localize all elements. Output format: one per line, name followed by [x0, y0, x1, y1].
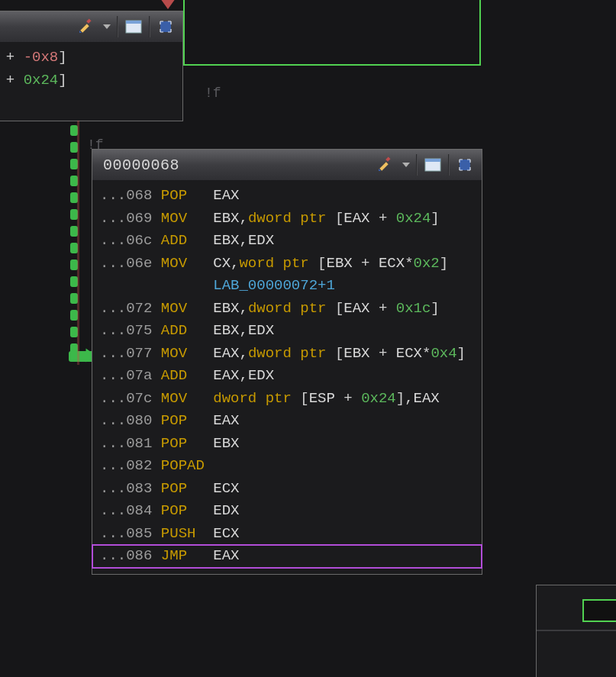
address: ...086 — [100, 547, 161, 564]
token-mn: dword ptr — [248, 300, 335, 317]
address: ...084 — [100, 502, 161, 519]
svg-rect-13 — [460, 160, 470, 170]
token-reg: EDX — [248, 322, 274, 339]
address: ...082 — [100, 457, 161, 474]
address — [100, 277, 161, 294]
svg-rect-0 — [80, 24, 89, 32]
overview-panel[interactable] — [536, 585, 616, 677]
edge-false — [77, 121, 79, 365]
code-row[interactable]: rd ptr [EBP + 0x24] — [0, 69, 175, 92]
token-punct: ] — [58, 49, 66, 66]
token-reg: EAX — [213, 412, 239, 429]
code-row[interactable]: ...068 POP EAX — [100, 185, 474, 208]
code-row[interactable]: 0004a — [0, 92, 175, 114]
mnemonic: ADD — [161, 322, 213, 339]
svg-rect-6 — [160, 21, 171, 32]
mnemonic: POP — [161, 187, 213, 204]
token-punct: , — [239, 232, 247, 249]
mnemonic: PUSH — [161, 525, 213, 542]
code-row[interactable]: ...084 POP EDX — [100, 500, 474, 523]
token-hex: 0x24 — [24, 72, 59, 89]
token-reg: EBX — [327, 255, 353, 272]
code-row[interactable]: ...07a ADD EAX,EDX — [100, 365, 474, 388]
code-row[interactable]: ...082 POPAD — [100, 455, 474, 478]
overview-scrollbar[interactable] — [537, 630, 616, 631]
edit-pencil-icon[interactable] — [375, 154, 396, 176]
mnemonic: POP — [161, 435, 213, 452]
code-block-main[interactable]: 00000068 ...068 POP EAX...069 MOV EBX,dw… — [92, 149, 482, 575]
svg-rect-7 — [379, 162, 388, 170]
token-punct: + — [0, 49, 24, 66]
fit-screen-icon[interactable] — [454, 154, 476, 176]
code-row[interactable]: ...085 PUSH ECX — [100, 523, 474, 546]
token-punct: + — [370, 210, 396, 227]
code-row[interactable]: LAB_00000072+1 — [100, 275, 474, 298]
token-hex: 0x2 — [414, 255, 440, 272]
token-reg: EBX — [213, 322, 239, 339]
token-punct: [ — [335, 300, 343, 317]
address: ...07c — [100, 390, 161, 407]
code-block-top[interactable]: . rd ptr [EBP + -0x8]rd ptr [EBP + 0x24]… — [0, 11, 183, 121]
token-punct: ] — [440, 255, 448, 272]
token-reg: EBX — [213, 232, 239, 249]
code-row[interactable]: ...069 MOV EBX,dword ptr [EAX + 0x24] — [100, 208, 474, 231]
token-hex: 0x24 — [396, 210, 431, 227]
block-address: 00000068 — [103, 156, 375, 174]
address: ...075 — [100, 322, 161, 339]
code-row[interactable]: ...077 MOV EAX,dword ptr [EBX + ECX*0x4] — [100, 343, 474, 366]
token-punct: [ — [300, 390, 308, 407]
toolbar-separator — [448, 154, 450, 176]
code-row[interactable]: ...06e MOV CX,word ptr [EBX + ECX*0x2] — [100, 253, 474, 276]
code-row[interactable]: ...080 POP EAX — [100, 410, 474, 433]
token-reg: EDX — [213, 502, 239, 519]
token-reg: EAX — [213, 547, 239, 564]
svg-marker-10 — [402, 163, 410, 167]
token-reg: ECX — [396, 345, 422, 362]
token-reg: ESP — [309, 390, 335, 407]
svg-marker-3 — [103, 24, 111, 29]
token-reg: CX — [213, 255, 231, 272]
token-neghex: -0x8 — [24, 49, 59, 66]
code-row[interactable]: rd ptr [EBP + -0x8] — [0, 47, 175, 69]
mnemonic: MOV — [161, 345, 213, 362]
toolbar-separator — [416, 154, 418, 176]
token-reg: EBX — [213, 300, 239, 317]
token-mn: dword ptr — [248, 210, 335, 227]
address: ...06e — [100, 255, 161, 272]
code-row[interactable]: ...083 POP ECX — [100, 478, 474, 501]
svg-rect-5 — [126, 21, 141, 24]
token-mn: word ptr — [239, 255, 318, 272]
token-punct: * — [422, 345, 431, 362]
token-reg: EAX — [213, 187, 239, 204]
token-punct: , — [239, 345, 247, 362]
code-row[interactable]: ...06c ADD EBX,EDX — [100, 230, 474, 253]
block-titlebar[interactable]: 00000068 — [92, 150, 482, 180]
address: ...072 — [100, 300, 161, 317]
token-reg: ECX — [379, 255, 405, 272]
code-row[interactable]: ...075 ADD EBX,EDX — [100, 320, 474, 343]
block-body[interactable]: ...068 POP EAX...069 MOV EBX,dword ptr [… — [92, 180, 482, 574]
chevron-down-icon[interactable] — [102, 16, 112, 37]
window-icon[interactable] — [422, 154, 443, 176]
token-punct: + — [335, 390, 361, 407]
window-icon[interactable] — [123, 16, 144, 37]
token-mn: dword ptr — [248, 345, 335, 362]
block-titlebar[interactable]: . — [0, 11, 182, 42]
token-punct: , — [405, 390, 413, 407]
token-punct: * — [405, 255, 413, 272]
mnemonic: MOV — [161, 390, 213, 407]
mnemonic: JMP — [161, 547, 213, 564]
address: ...080 — [100, 412, 161, 429]
chevron-down-icon[interactable] — [401, 154, 411, 176]
code-row[interactable]: ...072 MOV EBX,dword ptr [EAX + 0x1c] — [100, 298, 474, 321]
token-punct: , — [239, 210, 247, 227]
token-reg: ECX — [213, 525, 239, 542]
code-row[interactable]: ...081 POP EBX — [100, 433, 474, 456]
code-row-selected[interactable]: ...086 JMP EAX — [92, 545, 482, 568]
edit-pencil-icon[interactable] — [76, 16, 97, 37]
token-reg: EAX — [414, 390, 440, 407]
fit-screen-icon[interactable] — [155, 16, 176, 37]
code-row[interactable]: ...07c MOV dword ptr [ESP + 0x24],EAX — [100, 388, 474, 411]
mnemonic: MOV — [161, 255, 213, 272]
block-body[interactable]: rd ptr [EBP + -0x8]rd ptr [EBP + 0x24]00… — [0, 42, 182, 121]
